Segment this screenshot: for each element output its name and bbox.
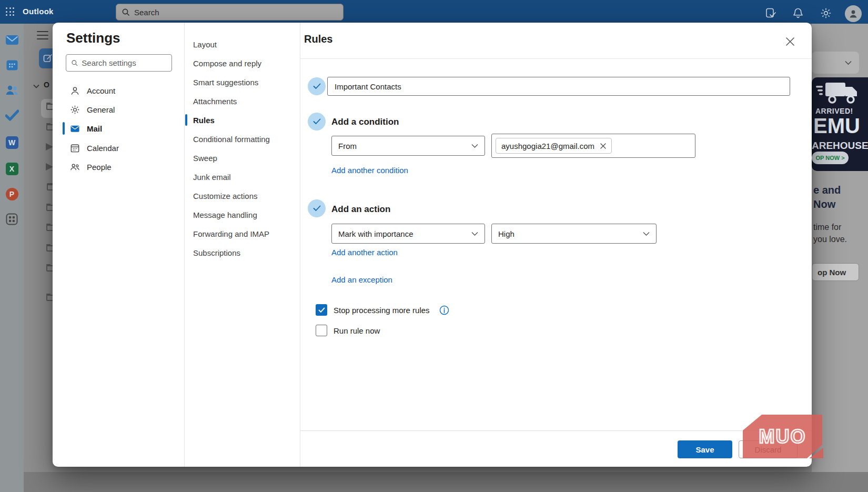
check-icon (313, 83, 321, 89)
top-bar: Outlook Search (0, 0, 868, 24)
folder-icon[interactable] (46, 104, 53, 110)
section-label: Customize actions (193, 192, 258, 200)
section-attachments[interactable]: Attachments (185, 92, 299, 111)
folder-icon[interactable] (46, 225, 53, 231)
folder-icon[interactable] (46, 245, 53, 252)
section-subscriptions[interactable]: Subscriptions (185, 243, 299, 262)
section-sweep[interactable]: Sweep (185, 148, 299, 167)
sent-items-icon[interactable] (46, 143, 53, 150)
section-message-handling[interactable]: Message handling (185, 205, 299, 224)
category-label: Account (87, 86, 115, 95)
section-label: Message handling (193, 210, 257, 219)
category-label: Mail (87, 124, 102, 133)
action-type-value: Mark with importance (338, 229, 413, 238)
email-chip[interactable]: ayushgogia21@gmail.com (496, 138, 612, 154)
section-customize-actions[interactable]: Customize actions (185, 186, 299, 205)
folder-icon[interactable] (46, 205, 53, 211)
info-icon[interactable] (439, 305, 449, 315)
action-value-text: High (498, 229, 514, 238)
deleted-items-icon[interactable] (47, 183, 53, 190)
category-general[interactable]: General (63, 100, 176, 119)
settings-search-box[interactable] (66, 54, 172, 72)
person-icon (848, 8, 859, 19)
panel-title: Rules (304, 33, 332, 45)
rail-excel-icon[interactable]: X (5, 162, 19, 176)
section-layout[interactable]: Layout (185, 35, 299, 54)
section-rules-selected[interactable]: Rules (185, 111, 299, 129)
category-calendar[interactable]: Calendar (63, 138, 176, 157)
folder-icon[interactable] (46, 124, 53, 130)
remove-chip-icon[interactable] (600, 143, 606, 149)
app-launcher-icon[interactable] (6, 7, 15, 17)
check-icon (313, 118, 321, 125)
people-icon (70, 162, 80, 172)
rail-todo-icon[interactable] (5, 108, 19, 122)
chevron-down-icon (643, 232, 650, 236)
app-title: Outlook (23, 7, 54, 16)
hamburger-menu-icon[interactable] (37, 31, 48, 39)
search-icon (122, 8, 130, 16)
outlook-screen: Outlook Search W (0, 0, 868, 492)
ad-shop-now-button[interactable]: op Now (812, 263, 859, 281)
category-account[interactable]: Account (63, 81, 176, 100)
run-rule-now-checkbox-unchecked[interactable] (316, 325, 327, 336)
ad-shop-now-pill[interactable]: OP NOW > (812, 152, 849, 164)
step-complete-badge (308, 199, 326, 217)
category-people[interactable]: People (63, 157, 176, 176)
section-forwarding-and-imap[interactable]: Forwarding and IMAP (185, 224, 299, 243)
category-label: People (87, 163, 112, 172)
notifications-bell-icon[interactable] (792, 7, 804, 19)
message-filter-dropdown[interactable] (812, 52, 859, 74)
section-label: Attachments (193, 97, 237, 106)
close-icon (785, 37, 795, 46)
chevron-down-icon (471, 232, 478, 236)
action-heading: Add an action (331, 204, 390, 215)
category-label: General (87, 105, 115, 114)
column-divider (300, 23, 300, 467)
condition-value-field[interactable]: ayushgogia21@gmail.com (491, 134, 695, 158)
settings-title: Settings (66, 30, 120, 46)
action-value-dropdown[interactable]: High (491, 224, 657, 244)
rail-mail-icon[interactable] (5, 33, 19, 47)
groups-icon[interactable] (46, 295, 53, 301)
check-icon (318, 307, 325, 313)
rail-apps-icon[interactable] (5, 212, 19, 226)
global-search-input[interactable]: Search (116, 4, 344, 21)
rule-name-input[interactable] (327, 77, 790, 96)
rail-people-icon[interactable] (5, 83, 19, 97)
settings-gear-icon[interactable] (820, 7, 832, 19)
ad-text-fragment: Now (813, 198, 835, 210)
footer-divider (300, 430, 812, 431)
save-button[interactable]: Save (678, 440, 732, 458)
dimmed-bottom-band (24, 472, 868, 492)
rail-word-icon[interactable]: W (5, 135, 19, 149)
section-smart-suggestions[interactable]: Smart suggestions (185, 73, 299, 92)
action-type-dropdown[interactable]: Mark with importance (331, 224, 485, 244)
tasks-icon[interactable] (764, 7, 777, 19)
close-dialog-button[interactable] (782, 33, 799, 50)
rail-calendar-icon[interactable] (5, 58, 19, 72)
add-an-exception-link[interactable]: Add an exception (331, 275, 392, 284)
rail-powerpoint-icon[interactable]: P (5, 187, 19, 201)
ad-banner[interactable]: ARRIVED! EMU AREHOUSE OP NOW > (812, 77, 868, 171)
section-junk-email[interactable]: Junk email (185, 167, 299, 186)
condition-type-dropdown[interactable]: From (331, 136, 485, 156)
chevron-down-icon[interactable] (33, 84, 39, 88)
add-another-action-link[interactable]: Add another action (331, 248, 398, 257)
compose-button-partial[interactable] (39, 48, 53, 68)
section-label: Compose and reply (193, 59, 261, 68)
settings-search-input[interactable] (82, 58, 167, 67)
folder-icon[interactable] (46, 265, 53, 272)
section-compose-and-reply[interactable]: Compose and reply (185, 54, 299, 73)
category-mail-selected[interactable]: Mail (63, 119, 176, 138)
section-label: Sweep (193, 154, 217, 163)
add-another-condition-link[interactable]: Add another condition (331, 166, 408, 175)
condition-type-value: From (338, 142, 357, 150)
drafts-icon[interactable] (46, 163, 53, 170)
muo-watermark: MUO (743, 415, 822, 458)
column-divider (184, 23, 185, 467)
stop-processing-checkbox-checked[interactable] (316, 304, 327, 316)
account-avatar[interactable] (845, 5, 862, 22)
chevron-down-icon (845, 61, 852, 65)
section-conditional-formatting[interactable]: Conditional formatting (185, 129, 299, 148)
